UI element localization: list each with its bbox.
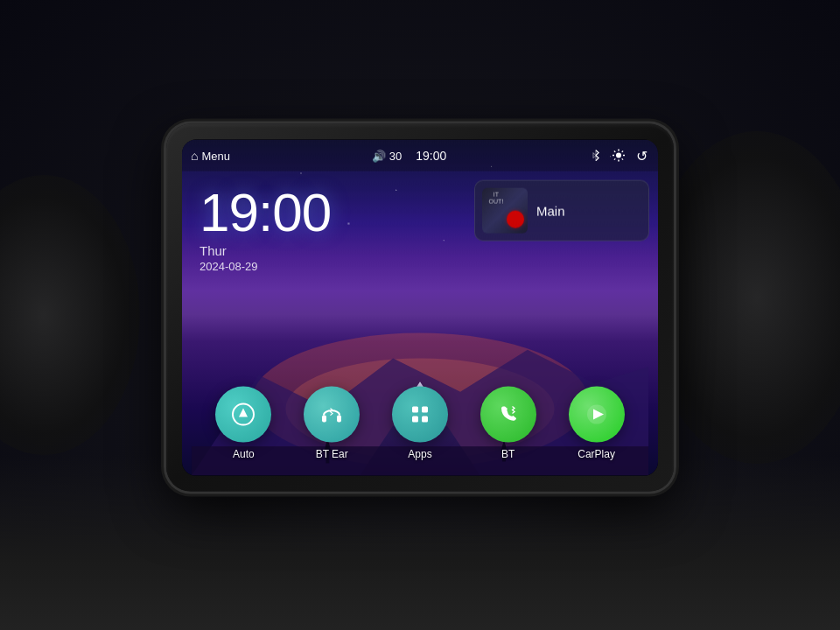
svg-line-17 [622, 158, 623, 159]
svg-line-16 [614, 151, 615, 152]
auto-label: Auto [233, 448, 255, 460]
bt-phone-icon-circle [480, 387, 536, 443]
bt-ear-label: BT Ear [316, 448, 348, 460]
svg-line-18 [622, 151, 623, 152]
svg-rect-23 [322, 416, 326, 423]
clock-date: 2024-08-29 [200, 260, 258, 273]
menu-label: Menu [201, 149, 230, 162]
device-casing: ⌂ Menu 🔊 30 19:00 [166, 124, 674, 492]
volume-icon: 🔊 [372, 149, 386, 162]
bt-ear-app-icon[interactable]: BT Ear [304, 387, 360, 460]
clock-time: 19:00 [200, 186, 331, 240]
music-card[interactable]: IT OUT! Main [474, 180, 649, 242]
screen: ⌂ Menu 🔊 30 19:00 [182, 140, 658, 476]
svg-rect-25 [412, 407, 418, 413]
album-text: IT OUT! [486, 192, 507, 206]
app-icons-row: Auto [182, 387, 658, 460]
svg-point-11 [616, 153, 621, 158]
music-info: Main [536, 203, 638, 218]
menu-button[interactable]: ⌂ Menu [191, 149, 230, 163]
svg-rect-28 [422, 416, 428, 423]
svg-rect-26 [422, 407, 428, 413]
apps-app-icon[interactable]: Apps [392, 387, 448, 460]
bt-label: BT [501, 448, 514, 460]
carplay-app-icon[interactable]: CarPlay [569, 387, 625, 460]
auto-app-icon[interactable]: Auto [215, 387, 271, 460]
svg-rect-27 [412, 416, 418, 423]
music-source: Main [536, 203, 638, 218]
volume-level: 30 [389, 149, 402, 162]
volume-control[interactable]: 🔊 30 [372, 149, 402, 162]
device-mount: ⌂ Menu 🔊 30 19:00 [166, 124, 674, 492]
svg-rect-24 [337, 416, 341, 423]
carplay-icon-circle [569, 387, 625, 443]
back-icon[interactable]: ↺ [634, 148, 649, 164]
apps-icon-circle [392, 387, 448, 443]
auto-icon-circle [215, 387, 271, 443]
screen-bezel: ⌂ Menu 🔊 30 19:00 [182, 140, 658, 476]
svg-line-19 [614, 158, 615, 159]
bt-phone-app-icon[interactable]: BT [480, 387, 536, 460]
svg-point-22 [242, 413, 245, 416]
scene: ⌂ Menu 🔊 30 19:00 [0, 0, 840, 630]
brightness-icon[interactable] [611, 148, 626, 164]
status-center: 🔊 30 19:00 [230, 149, 588, 163]
album-art: IT OUT! [482, 188, 528, 234]
home-icon: ⌂ [191, 149, 198, 163]
status-icons: ↺ [588, 148, 649, 164]
apps-label: Apps [408, 448, 431, 460]
status-time: 19:00 [416, 149, 446, 163]
bluetooth-status-icon [588, 148, 604, 164]
status-bar: ⌂ Menu 🔊 30 19:00 [182, 140, 658, 172]
clock-day: Thur [200, 243, 227, 258]
bt-ear-icon-circle [304, 387, 360, 443]
carplay-label: CarPlay [578, 448, 615, 460]
